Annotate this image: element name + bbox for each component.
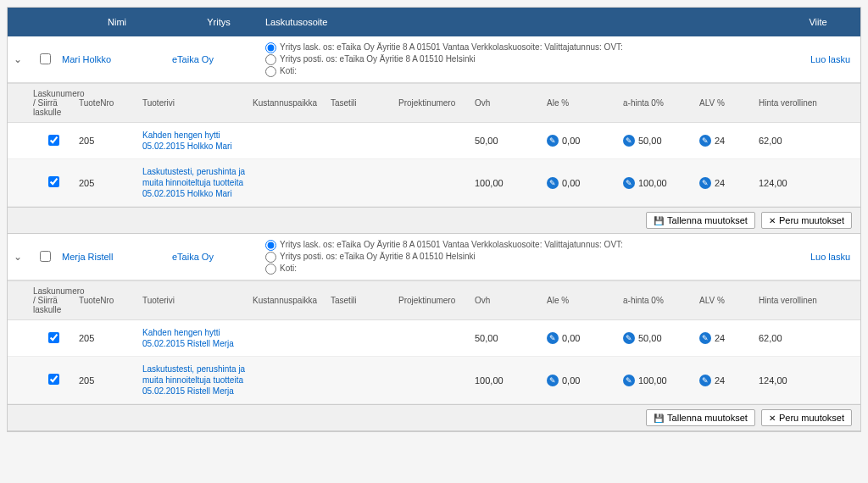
line-ahinta: 100,00 [638, 375, 667, 386]
save-icon: 💾 [654, 414, 664, 423]
line-ovh: 100,00 [475, 375, 547, 386]
address-options: Yritys lask. os: eTaika Oy Äyritie 8 A 0… [265, 42, 776, 77]
edit-icon[interactable]: ✎ [623, 177, 635, 189]
address-radio-company-post[interactable] [265, 252, 276, 263]
line-checkbox[interactable] [48, 176, 59, 187]
save-icon: 💾 [654, 216, 664, 225]
line-checkbox[interactable] [48, 135, 59, 146]
subheader-ahinta: a-hinta 0% [623, 98, 699, 108]
subheader-costcenter: Kustannuspaikka [253, 98, 331, 108]
edit-icon[interactable]: ✎ [699, 135, 711, 147]
cancel-button[interactable]: ✕Peru muutokset [761, 409, 852, 426]
subheader-ale: Ale % [547, 98, 623, 108]
line-ale: 0,00 [562, 375, 580, 386]
line-description[interactable]: Laskutustesti, perushinta ja muita hinno… [142, 364, 253, 397]
subheader-productno: TuoteNro [79, 98, 142, 108]
subheader-projectno: Projektinumero [398, 98, 475, 108]
address-radio-home[interactable] [265, 264, 276, 275]
line-description[interactable]: Kahden hengen hytti 05.02.2015 Ristell M… [142, 327, 253, 349]
chevron-down-icon[interactable]: ⌄ [14, 251, 22, 263]
line-description[interactable]: Laskutustesti, perushinta ja muita hinno… [142, 166, 253, 199]
line-item: 205 Laskutustesti, perushinta ja muita h… [8, 357, 860, 404]
customer-company[interactable]: eTaika Oy [172, 54, 265, 64]
subheader-price: Hinta verollinen [759, 98, 860, 108]
line-alv: 24 [715, 136, 725, 146]
line-ahinta: 50,00 [638, 333, 662, 343]
line-ahinta: 100,00 [638, 178, 667, 188]
customer-checkbox[interactable] [40, 251, 51, 262]
address-radio-company-invoice[interactable] [265, 42, 276, 53]
subheader-account: Tasetili [331, 296, 398, 305]
edit-icon[interactable]: ✎ [623, 332, 635, 344]
subheader-ale: Ale % [547, 296, 623, 305]
line-ovh: 100,00 [475, 178, 547, 188]
create-invoice-link[interactable]: Luo lasku [810, 54, 850, 64]
subheader-projectno: Projektinumero [398, 296, 475, 305]
line-productno: 205 [79, 178, 142, 188]
line-alv: 24 [715, 375, 725, 386]
line-checkbox[interactable] [48, 374, 59, 385]
save-button[interactable]: 💾Tallenna muutokset [646, 409, 755, 426]
line-productno: 205 [79, 333, 142, 343]
customer-row: ⌄ Mari Holkko eTaika Oy Yritys lask. os:… [8, 36, 860, 83]
edit-icon[interactable]: ✎ [623, 135, 635, 147]
subheader-ahinta: a-hinta 0% [623, 296, 699, 305]
subheader-productno: TuoteNro [79, 296, 142, 305]
line-item: 205 Kahden hengen hytti 05.02.2015 Holkk… [8, 123, 860, 159]
edit-icon[interactable]: ✎ [547, 375, 559, 386]
edit-icon[interactable]: ✎ [547, 332, 559, 344]
subheader-alv: ALV % [699, 296, 759, 305]
line-productno: 205 [79, 375, 142, 386]
line-item: 205 Kahden hengen hytti 05.02.2015 Riste… [8, 320, 860, 357]
line-ovh: 50,00 [475, 333, 547, 343]
line-productno: 205 [79, 136, 142, 146]
address-options: Yritys lask. os: eTaika Oy Äyritie 8 A 0… [265, 239, 776, 275]
subheader-ovh: Ovh [475, 296, 547, 305]
line-alv: 24 [715, 333, 725, 343]
invoice-table: Nimi Yritys Laskutusosoite Viite ⌄ Mari … [7, 7, 861, 432]
address-radio-company-invoice[interactable] [265, 240, 276, 251]
edit-icon[interactable]: ✎ [699, 332, 711, 344]
line-ahinta: 50,00 [638, 136, 662, 146]
address-radio-home[interactable] [265, 66, 276, 77]
close-icon: ✕ [769, 414, 776, 423]
subheader-ovh: Ovh [475, 98, 547, 108]
edit-icon[interactable]: ✎ [623, 375, 635, 386]
save-button[interactable]: 💾Tallenna muutokset [646, 212, 755, 229]
line-checkbox[interactable] [48, 332, 59, 343]
line-price: 124,00 [759, 178, 860, 188]
header-reference: Viite [776, 17, 860, 27]
edit-icon[interactable]: ✎ [699, 177, 711, 189]
subheader-account: Tasetili [331, 98, 398, 108]
subheader-price: Hinta verollinen [759, 296, 860, 305]
line-price: 124,00 [759, 375, 860, 386]
close-icon: ✕ [769, 216, 776, 225]
edit-icon[interactable]: ✎ [547, 177, 559, 189]
address-radio-company-post[interactable] [265, 54, 276, 65]
header-company: Yritys [172, 17, 265, 27]
cancel-button[interactable]: ✕Peru muutokset [761, 212, 852, 229]
line-item: 205 Laskutustesti, perushinta ja muita h… [8, 159, 860, 207]
actions-row: 💾Tallenna muutokset ✕Peru muutokset [8, 404, 860, 431]
subheader-costcenter: Kustannuspaikka [253, 296, 331, 305]
actions-row: 💾Tallenna muutokset ✕Peru muutokset [8, 207, 860, 234]
customer-checkbox[interactable] [40, 53, 51, 64]
subheader-invoice: Laskunumero / Siirrä laskulle [28, 89, 79, 117]
table-header: Nimi Yritys Laskutusosoite Viite [8, 8, 860, 36]
subheader-alv: ALV % [699, 98, 759, 108]
edit-icon[interactable]: ✎ [699, 375, 711, 386]
chevron-down-icon[interactable]: ⌄ [14, 53, 22, 65]
line-alv: 24 [715, 178, 725, 188]
customer-name[interactable]: Merja Ristell [62, 252, 172, 262]
customer-name[interactable]: Mari Holkko [62, 54, 172, 64]
create-invoice-link[interactable]: Luo lasku [810, 252, 850, 262]
edit-icon[interactable]: ✎ [547, 135, 559, 147]
line-items-header: Laskunumero / Siirrä laskulle TuoteNro T… [8, 83, 860, 123]
line-description[interactable]: Kahden hengen hytti 05.02.2015 Holkko Ma… [142, 130, 253, 152]
line-ale: 0,00 [562, 178, 580, 188]
customer-company[interactable]: eTaika Oy [172, 252, 265, 262]
line-items-header: Laskunumero / Siirrä laskulle TuoteNro T… [8, 280, 860, 320]
header-address: Laskutusosoite [265, 17, 776, 27]
line-ale: 0,00 [562, 136, 580, 146]
line-ovh: 50,00 [475, 136, 547, 146]
